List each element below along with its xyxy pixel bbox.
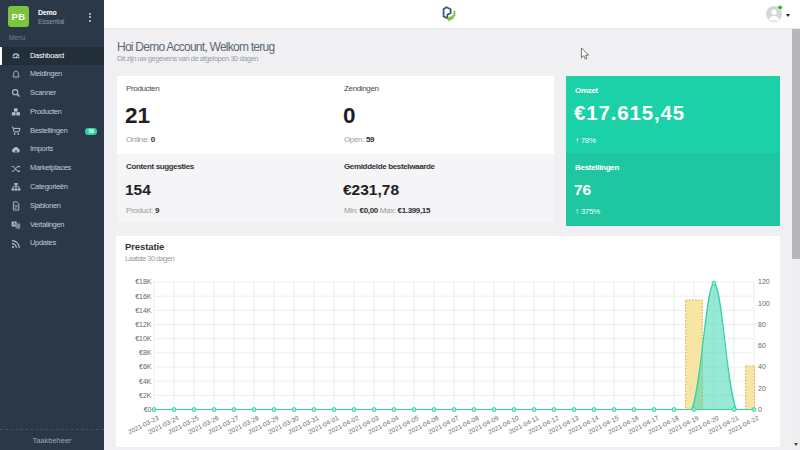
- svg-text:€18K: €18K: [135, 278, 152, 285]
- svg-text:€10K: €10K: [135, 335, 152, 342]
- svg-text:€8K: €8K: [139, 349, 152, 356]
- svg-text:€4K: €4K: [139, 378, 152, 385]
- svg-text:80: 80: [758, 321, 766, 328]
- svg-text:€12K: €12K: [135, 321, 152, 328]
- svg-text:100: 100: [758, 300, 770, 307]
- svg-text:€0: €0: [144, 406, 152, 413]
- svg-text:60: 60: [758, 342, 766, 349]
- svg-text:20: 20: [758, 385, 766, 392]
- svg-text:40: 40: [758, 363, 766, 370]
- svg-text:120: 120: [758, 278, 770, 285]
- svg-text:0: 0: [758, 406, 762, 413]
- svg-text:€2K: €2K: [139, 392, 152, 399]
- svg-text:€16K: €16K: [135, 293, 152, 300]
- svg-text:€6K: €6K: [139, 363, 152, 370]
- svg-text:€14K: €14K: [135, 307, 152, 314]
